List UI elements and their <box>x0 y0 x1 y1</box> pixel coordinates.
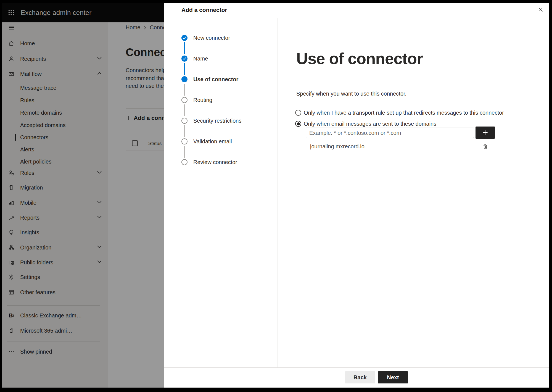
step-connector-line <box>184 125 185 137</box>
dialog-header-divider <box>164 18 549 18</box>
step-connector-line <box>184 63 185 75</box>
domain-row-divider <box>306 155 496 155</box>
step-routing: Routing <box>164 96 277 104</box>
radio-dot <box>297 122 300 125</box>
next-button[interactable]: Next <box>378 371 408 383</box>
dialog-footer-divider <box>164 367 549 368</box>
stepper-divider <box>277 18 278 367</box>
step-connector-line <box>184 42 185 54</box>
close-icon <box>538 7 544 13</box>
step-upcoming-icon <box>181 97 187 103</box>
step-connector-line <box>184 146 185 158</box>
domain-input[interactable] <box>306 128 474 138</box>
step-label: Security restrictions <box>193 117 242 125</box>
step-review-connector: Review connector <box>164 158 277 166</box>
radio-label: Only when I have a transport rule set up… <box>304 110 504 116</box>
plus-icon <box>482 129 489 136</box>
step-label: New connector <box>193 34 230 42</box>
dialog-title: Add a connector <box>181 7 227 13</box>
step-upcoming-icon <box>181 138 187 144</box>
domain-list-item: journaling.mxrecord.io <box>310 143 365 150</box>
dialog-heading: Use of connector <box>296 49 423 68</box>
add-domain-button[interactable] <box>476 127 495 139</box>
add-connector-dialog: Add a connector New connector Name Use o… <box>164 3 549 388</box>
radio-option-transport-rule[interactable]: Only when I have a transport rule set up… <box>295 109 504 116</box>
radio-selected-icon[interactable] <box>295 121 301 127</box>
radio-label: Only when email messages are sent to the… <box>304 121 436 127</box>
step-name: Name <box>164 54 277 63</box>
step-validation-email: Validation email <box>164 137 277 146</box>
step-new-connector: New connector <box>164 34 277 42</box>
radio-unselected-icon[interactable] <box>295 110 301 116</box>
radio-option-sent-to-domains[interactable]: Only when email messages are sent to the… <box>295 120 436 127</box>
step-use-of-connector: Use of connector <box>164 75 277 83</box>
step-label: Routing <box>193 96 212 104</box>
step-security-restrictions: Security restrictions <box>164 117 277 125</box>
trash-icon <box>482 143 488 150</box>
back-button[interactable]: Back <box>345 371 375 383</box>
step-connector-line <box>184 104 185 116</box>
step-upcoming-icon <box>181 159 187 165</box>
step-label: Validation email <box>193 137 232 146</box>
step-current-icon <box>181 76 187 82</box>
step-connector-line <box>184 84 185 96</box>
step-upcoming-icon <box>181 118 187 124</box>
app-window: Exchange admin center Home Recipients <box>2 3 549 388</box>
delete-domain-button[interactable] <box>480 142 490 151</box>
step-label: Review connector <box>193 158 237 166</box>
step-completed-icon <box>181 35 187 41</box>
step-completed-icon <box>181 56 187 62</box>
step-label: Use of connector <box>193 75 238 83</box>
step-label: Name <box>193 54 208 63</box>
dialog-description: Specify when you want to use this connec… <box>296 91 406 97</box>
close-button[interactable] <box>536 5 546 15</box>
